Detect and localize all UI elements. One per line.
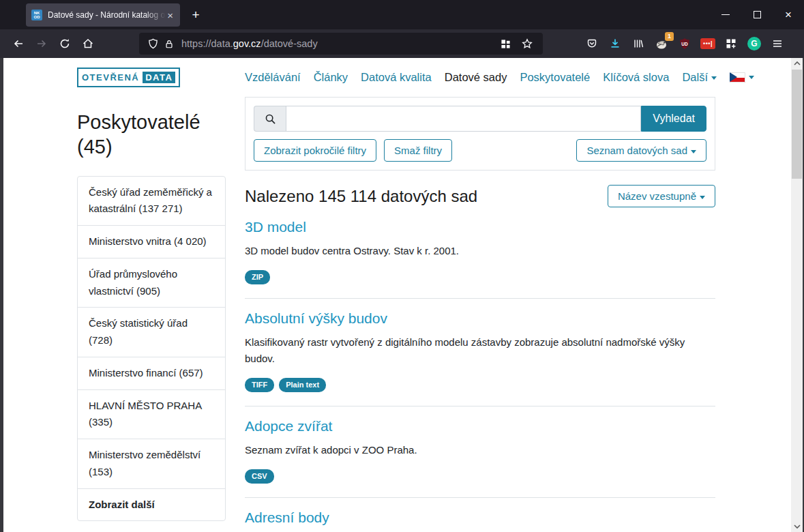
nav-item-poskytovatele[interactable]: Poskytovatelé	[520, 71, 590, 84]
back-arrow-icon	[13, 38, 24, 49]
dataset-entry: Absolutní výšky budov Klasifikovaný rast…	[245, 299, 715, 407]
providers-list: Český úřad zeměměřický a katastrální (13…	[77, 176, 226, 522]
dataset-title-link[interactable]: 3D model	[245, 219, 306, 235]
dataset-list-dropdown-button[interactable]: Seznam datových sad	[576, 139, 706, 162]
shield-extension-icon[interactable]: UD	[674, 33, 695, 54]
bookmark-star-icon[interactable]	[517, 33, 537, 54]
home-icon	[83, 38, 93, 49]
format-badge: Plain text	[279, 378, 326, 392]
minimize-icon	[721, 14, 730, 15]
provider-item[interactable]: Český úřad zeměměřický a katastrální (13…	[78, 177, 225, 226]
providers-heading: Poskytovatelé (45)	[77, 110, 226, 160]
otevrena-data-logo[interactable]: OTEVŘENÁ DATA	[77, 68, 180, 87]
library-icon[interactable]	[628, 33, 649, 54]
dataset-format-badges: CSV	[245, 469, 715, 484]
url-text: https://data.gov.cz/datové-sady	[181, 38, 318, 49]
downloads-icon[interactable]	[605, 33, 625, 54]
tab-title: Datové sady - Národní katalog o	[48, 10, 166, 20]
scrollbar-up-arrow-icon[interactable]	[791, 58, 803, 69]
grammarly-icon[interactable]: G	[744, 33, 764, 54]
clear-filters-button[interactable]: Smaž filtry	[384, 139, 452, 162]
home-button[interactable]	[78, 33, 98, 54]
window-maximize-button[interactable]	[741, 0, 773, 29]
nav-item-clanky[interactable]: Články	[314, 71, 348, 84]
scrollbar-thumb[interactable]	[792, 70, 802, 179]
close-icon: ×	[785, 9, 792, 20]
lastpass-icon[interactable]: •••|	[698, 33, 718, 54]
main-column: Vzdělávání Články Datová kvalita Datové …	[245, 68, 715, 532]
dataset-description: Seznam zvířat k adopci v ZOO Praha.	[245, 442, 715, 458]
dataset-description: 3D model budov centra Ostravy. Stav k r.…	[245, 243, 715, 259]
advanced-filters-button[interactable]: Zobrazit pokročilé filtry	[254, 139, 376, 162]
provider-item[interactable]: Ministerstvo zemědělství (153)	[78, 439, 225, 488]
chevron-down-icon	[691, 150, 696, 153]
pocket-icon[interactable]	[582, 33, 602, 54]
grid-plus-extension-icon[interactable]	[721, 33, 741, 54]
dataset-title-link[interactable]: Adopce zvířat	[245, 418, 332, 434]
site-favicon-icon: NKOD	[31, 10, 42, 20]
browser-tab[interactable]: NKOD Datové sady - Národní katalog o ×	[26, 3, 180, 27]
format-badge: CSV	[245, 469, 274, 484]
search-input[interactable]	[286, 106, 641, 132]
chevron-down-icon	[749, 76, 754, 79]
extension-badger-icon[interactable]: 1	[651, 33, 672, 54]
forward-button[interactable]	[31, 33, 52, 54]
dataset-description: Klasifikovaný rastr vytvořený z digitáln…	[245, 334, 715, 367]
url-bar[interactable]: https://data.gov.cz/datové-sady	[139, 33, 543, 55]
window-close-button[interactable]: ×	[773, 0, 804, 29]
tracking-protection-shield-icon[interactable]	[145, 35, 161, 52]
chevron-down-icon	[700, 196, 705, 199]
filters-sidebar: OTEVŘENÁ DATA Poskytovatelé (45) Český ú…	[77, 68, 226, 532]
language-flag-dropdown[interactable]	[730, 72, 754, 83]
site-navigation: Vzdělávání Články Datová kvalita Datové …	[245, 71, 715, 84]
extension-notification-badge: 1	[665, 32, 674, 41]
search-addon	[254, 106, 286, 132]
sort-dropdown-button[interactable]: Název vzestupně	[608, 185, 715, 207]
tab-close-icon[interactable]: ×	[166, 10, 175, 21]
lock-icon[interactable]	[161, 35, 177, 52]
format-badge: ZIP	[245, 270, 270, 284]
dataset-entry: 3D model 3D model budov centra Ostravy. …	[245, 207, 715, 299]
page-content: OTEVŘENÁ DATA Poskytovatelé (45) Český ú…	[0, 58, 804, 532]
nav-item-klicova-slova[interactable]: Klíčová slova	[603, 71, 669, 84]
provider-item[interactable]: HLAVNÍ MĚSTO PRAHA (335)	[78, 389, 225, 439]
containers-grid-icon[interactable]	[495, 33, 516, 54]
czech-flag-icon	[730, 72, 745, 83]
new-tab-button[interactable]: +	[185, 5, 206, 25]
window-minimize-button[interactable]	[710, 0, 741, 29]
nav-item-dalsi-dropdown[interactable]: Další	[682, 71, 717, 84]
dataset-format-badges: TIFF Plain text	[245, 378, 715, 392]
maximize-icon	[754, 11, 761, 18]
search-panel: Vyhledat Zobrazit pokročilé filtry Smaž …	[245, 97, 715, 171]
search-submit-button[interactable]: Vyhledat	[641, 106, 706, 132]
dataset-entry: Adopce zvířat Seznam zvířat k adopci v Z…	[245, 407, 715, 498]
scrollbar-down-arrow-icon[interactable]	[791, 521, 803, 532]
menu-hamburger-icon[interactable]	[767, 33, 788, 54]
reload-button[interactable]	[55, 33, 75, 54]
provider-item[interactable]: Ministerstvo financí (657)	[78, 357, 225, 389]
chevron-down-icon	[711, 76, 717, 80]
dataset-title-link[interactable]: Absolutní výšky budov	[245, 310, 387, 327]
nav-item-datova-kvalita[interactable]: Datová kvalita	[361, 71, 432, 84]
provider-item[interactable]: Úřad průmyslového vlastnictví (905)	[78, 258, 225, 308]
search-icon	[265, 113, 276, 125]
browser-titlebar: NKOD Datové sady - Národní katalog o × +…	[0, 0, 804, 29]
forward-arrow-icon	[36, 38, 47, 49]
reload-icon	[59, 38, 70, 49]
providers-show-more[interactable]: Zobrazit další	[78, 488, 225, 521]
dataset-title-link[interactable]: Adresní body	[245, 509, 329, 526]
dataset-format-badges: ZIP	[245, 270, 715, 284]
browser-toolbar: https://data.gov.cz/datové-sady 1 UD •••…	[0, 29, 804, 58]
nav-item-vzdelavani[interactable]: Vzdělávání	[245, 71, 301, 84]
provider-item[interactable]: Ministerstvo vnitra (4 020)	[78, 225, 225, 258]
nav-item-datove-sady[interactable]: Datové sady	[445, 71, 507, 84]
page-scrollbar[interactable]	[791, 58, 803, 532]
dataset-entry: Adresní body	[245, 498, 715, 526]
provider-item[interactable]: Český statistický úřad (728)	[78, 307, 225, 357]
results-count-heading: Nalezeno 145 114 datových sad	[245, 187, 477, 206]
format-badge: TIFF	[245, 378, 274, 392]
back-button[interactable]	[8, 33, 29, 54]
